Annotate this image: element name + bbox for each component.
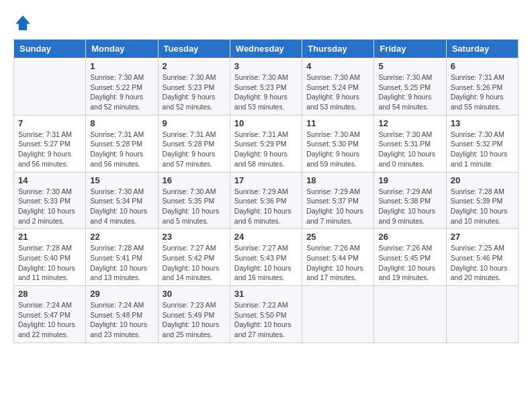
calendar-cell (14, 58, 86, 116)
day-info: Sunrise: 7:22 AM Sunset: 5:50 PM Dayligh… (234, 300, 298, 340)
calendar-week-row: 1Sunrise: 7:30 AM Sunset: 5:22 PM Daylig… (14, 58, 519, 116)
logo (13, 13, 35, 32)
day-number: 24 (234, 232, 298, 242)
day-number: 9 (163, 118, 226, 128)
day-number: 25 (306, 232, 369, 242)
calendar-cell: 16Sunrise: 7:30 AM Sunset: 5:35 PM Dayli… (158, 172, 230, 229)
day-info: Sunrise: 7:30 AM Sunset: 5:35 PM Dayligh… (163, 187, 226, 226)
calendar-cell: 21Sunrise: 7:28 AM Sunset: 5:40 PM Dayli… (14, 229, 86, 286)
day-info: Sunrise: 7:30 AM Sunset: 5:24 PM Dayligh… (306, 73, 369, 112)
calendar-cell: 25Sunrise: 7:26 AM Sunset: 5:44 PM Dayli… (302, 229, 374, 286)
day-info: Sunrise: 7:30 AM Sunset: 5:33 PM Dayligh… (18, 187, 81, 226)
day-info: Sunrise: 7:29 AM Sunset: 5:38 PM Dayligh… (378, 187, 441, 226)
calendar-table: SundayMondayTuesdayWednesdayThursdayFrid… (13, 39, 519, 343)
day-number: 12 (378, 118, 441, 128)
calendar-cell: 30Sunrise: 7:23 AM Sunset: 5:49 PM Dayli… (158, 286, 230, 343)
day-number: 22 (90, 232, 153, 242)
day-number: 13 (451, 118, 514, 128)
day-info: Sunrise: 7:29 AM Sunset: 5:37 PM Dayligh… (306, 187, 369, 226)
day-info: Sunrise: 7:31 AM Sunset: 5:28 PM Dayligh… (90, 130, 153, 169)
calendar-cell: 12Sunrise: 7:30 AM Sunset: 5:31 PM Dayli… (374, 115, 446, 172)
day-number: 14 (18, 175, 81, 185)
day-info: Sunrise: 7:31 AM Sunset: 5:26 PM Dayligh… (451, 73, 514, 112)
day-number: 27 (451, 232, 514, 242)
calendar-cell: 20Sunrise: 7:28 AM Sunset: 5:39 PM Dayli… (446, 172, 518, 229)
calendar-week-row: 7Sunrise: 7:31 AM Sunset: 5:27 PM Daylig… (14, 115, 519, 172)
day-info: Sunrise: 7:28 AM Sunset: 5:41 PM Dayligh… (90, 243, 153, 283)
day-info: Sunrise: 7:31 AM Sunset: 5:28 PM Dayligh… (163, 130, 226, 169)
day-info: Sunrise: 7:30 AM Sunset: 5:31 PM Dayligh… (378, 130, 441, 169)
calendar-cell: 28Sunrise: 7:24 AM Sunset: 5:47 PM Dayli… (14, 286, 86, 343)
calendar-cell: 8Sunrise: 7:31 AM Sunset: 5:28 PM Daylig… (86, 115, 158, 172)
calendar-cell: 13Sunrise: 7:30 AM Sunset: 5:32 PM Dayli… (446, 115, 518, 172)
calendar-week-row: 21Sunrise: 7:28 AM Sunset: 5:40 PM Dayli… (14, 229, 519, 286)
calendar-cell: 7Sunrise: 7:31 AM Sunset: 5:27 PM Daylig… (14, 115, 86, 172)
day-number: 19 (378, 175, 441, 185)
day-number: 15 (90, 175, 153, 185)
day-number: 2 (163, 61, 226, 71)
calendar-cell: 15Sunrise: 7:30 AM Sunset: 5:34 PM Dayli… (86, 172, 158, 229)
day-number: 7 (18, 118, 81, 128)
day-number: 26 (378, 232, 441, 242)
day-info: Sunrise: 7:24 AM Sunset: 5:47 PM Dayligh… (18, 300, 81, 340)
day-info: Sunrise: 7:25 AM Sunset: 5:46 PM Dayligh… (451, 243, 514, 283)
day-info: Sunrise: 7:30 AM Sunset: 5:34 PM Dayligh… (90, 187, 153, 226)
day-info: Sunrise: 7:23 AM Sunset: 5:49 PM Dayligh… (163, 300, 226, 340)
day-info: Sunrise: 7:30 AM Sunset: 5:23 PM Dayligh… (234, 73, 298, 112)
day-header-sunday: Sunday (14, 40, 86, 58)
day-number: 3 (234, 61, 298, 71)
calendar-cell: 26Sunrise: 7:26 AM Sunset: 5:45 PM Dayli… (374, 229, 446, 286)
day-header-tuesday: Tuesday (158, 40, 230, 58)
calendar-cell: 22Sunrise: 7:28 AM Sunset: 5:41 PM Dayli… (86, 229, 158, 286)
calendar-cell: 29Sunrise: 7:24 AM Sunset: 5:48 PM Dayli… (86, 286, 158, 343)
calendar-cell: 10Sunrise: 7:31 AM Sunset: 5:29 PM Dayli… (230, 115, 302, 172)
day-info: Sunrise: 7:24 AM Sunset: 5:48 PM Dayligh… (90, 300, 153, 340)
day-info: Sunrise: 7:30 AM Sunset: 5:30 PM Dayligh… (306, 130, 369, 169)
logo-icon (13, 13, 32, 32)
day-header-monday: Monday (86, 40, 158, 58)
calendar-week-row: 28Sunrise: 7:24 AM Sunset: 5:47 PM Dayli… (14, 286, 519, 343)
day-info: Sunrise: 7:30 AM Sunset: 5:22 PM Dayligh… (90, 73, 153, 112)
day-number: 17 (234, 175, 298, 185)
day-info: Sunrise: 7:29 AM Sunset: 5:36 PM Dayligh… (234, 187, 298, 226)
day-number: 8 (90, 118, 153, 128)
day-number: 6 (451, 61, 514, 71)
calendar-header-row: SundayMondayTuesdayWednesdayThursdayFrid… (14, 40, 519, 58)
calendar-cell: 5Sunrise: 7:30 AM Sunset: 5:25 PM Daylig… (374, 58, 446, 116)
day-number: 29 (90, 289, 153, 299)
calendar-cell: 18Sunrise: 7:29 AM Sunset: 5:37 PM Dayli… (302, 172, 374, 229)
day-info: Sunrise: 7:28 AM Sunset: 5:39 PM Dayligh… (451, 187, 514, 226)
day-number: 23 (163, 232, 226, 242)
svg-marker-0 (15, 15, 30, 30)
day-number: 4 (306, 61, 369, 71)
calendar-cell: 9Sunrise: 7:31 AM Sunset: 5:28 PM Daylig… (158, 115, 230, 172)
calendar-cell: 27Sunrise: 7:25 AM Sunset: 5:46 PM Dayli… (446, 229, 518, 286)
day-info: Sunrise: 7:30 AM Sunset: 5:25 PM Dayligh… (378, 73, 441, 112)
calendar-cell: 11Sunrise: 7:30 AM Sunset: 5:30 PM Dayli… (302, 115, 374, 172)
day-header-thursday: Thursday (302, 40, 374, 58)
calendar-cell: 3Sunrise: 7:30 AM Sunset: 5:23 PM Daylig… (230, 58, 302, 116)
calendar-cell: 23Sunrise: 7:27 AM Sunset: 5:42 PM Dayli… (158, 229, 230, 286)
day-number: 5 (378, 61, 441, 71)
day-number: 20 (451, 175, 514, 185)
day-info: Sunrise: 7:30 AM Sunset: 5:32 PM Dayligh… (451, 130, 514, 169)
day-info: Sunrise: 7:31 AM Sunset: 5:27 PM Dayligh… (18, 130, 81, 169)
day-info: Sunrise: 7:28 AM Sunset: 5:40 PM Dayligh… (18, 243, 81, 283)
calendar-cell: 17Sunrise: 7:29 AM Sunset: 5:36 PM Dayli… (230, 172, 302, 229)
day-info: Sunrise: 7:26 AM Sunset: 5:44 PM Dayligh… (306, 243, 369, 283)
day-number: 10 (234, 118, 298, 128)
calendar-cell (446, 286, 518, 343)
day-number: 11 (306, 118, 369, 128)
day-header-saturday: Saturday (446, 40, 518, 58)
calendar-cell: 2Sunrise: 7:30 AM Sunset: 5:23 PM Daylig… (158, 58, 230, 116)
calendar-cell (302, 286, 374, 343)
calendar-cell: 4Sunrise: 7:30 AM Sunset: 5:24 PM Daylig… (302, 58, 374, 116)
calendar-cell (374, 286, 446, 343)
day-info: Sunrise: 7:27 AM Sunset: 5:43 PM Dayligh… (234, 243, 298, 283)
day-info: Sunrise: 7:31 AM Sunset: 5:29 PM Dayligh… (234, 130, 298, 169)
calendar-week-row: 14Sunrise: 7:30 AM Sunset: 5:33 PM Dayli… (14, 172, 519, 229)
calendar-cell: 24Sunrise: 7:27 AM Sunset: 5:43 PM Dayli… (230, 229, 302, 286)
calendar-cell: 19Sunrise: 7:29 AM Sunset: 5:38 PM Dayli… (374, 172, 446, 229)
day-number: 1 (90, 61, 153, 71)
calendar-cell: 1Sunrise: 7:30 AM Sunset: 5:22 PM Daylig… (86, 58, 158, 116)
